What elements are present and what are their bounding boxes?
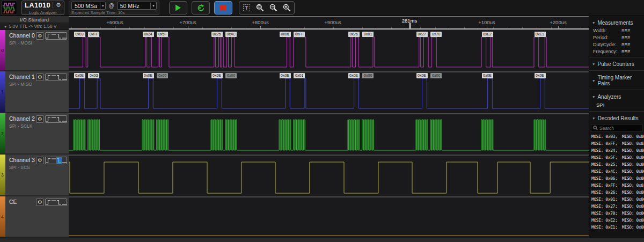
measurement-label: Period: xyxy=(593,35,621,40)
trigger-fall-edge-button[interactable] xyxy=(56,74,62,80)
trigger-high-edge-button[interactable] xyxy=(51,33,56,39)
decoded-result-row[interactable]: MOSI: 0x70; MISO: 0x00 xyxy=(589,210,644,217)
decoded-result-row[interactable]: MOSI: 0x27; MISO: 0x0E xyxy=(589,203,644,210)
trigger-high-edge-button[interactable] xyxy=(51,157,56,164)
byte-value-label: 0x00 xyxy=(225,73,237,78)
byte-value-label: 0x00 xyxy=(362,73,374,78)
stop-button[interactable] xyxy=(214,1,232,14)
trigger-high-edge-button[interactable] xyxy=(51,74,56,80)
zoom-out-button[interactable] xyxy=(267,2,280,13)
channel-color-strip: 0 xyxy=(0,30,5,70)
trigger-low-edge-button[interactable] xyxy=(62,33,67,39)
channel-settings-button[interactable]: ⚙ xyxy=(36,74,44,81)
waveform-ch4-ce[interactable] xyxy=(69,197,589,238)
ruler-minor-tick xyxy=(406,27,406,28)
decoded-result-row[interactable]: MOSI: 0x4C; MISO: 0x00 xyxy=(589,168,644,175)
byte-value-label: 0x70 xyxy=(430,32,442,37)
waveform-ch0-mosi[interactable]: 0x030xFF0x240x5F0x250x4C0x060xFF0x260x01… xyxy=(69,31,589,72)
time-tick-label: +600us xyxy=(106,19,123,25)
bottom-scrollbar[interactable] xyxy=(0,238,644,242)
io-standard-select[interactable]: ▼5.0V TTL -> Vth: 1.58 V xyxy=(0,23,69,30)
waveform-viewport[interactable]: +600us+700us+800us+900us+100us+200us281m… xyxy=(69,16,589,238)
decoded-result-row[interactable]: MOSI: 0xFF; MISO: 0x03 xyxy=(589,140,644,147)
decoded-result-row[interactable]: MOSI: 0xFF; MISO: 0x01 xyxy=(589,182,644,189)
trigger-rise-edge-button[interactable] xyxy=(46,74,51,80)
ruler-minor-tick xyxy=(159,27,159,28)
trigger-rise-edge-button[interactable] xyxy=(46,116,51,122)
decoded-result-row[interactable]: MOSI: 0x26; MISO: 0x0E xyxy=(589,189,644,196)
decoded-search-box xyxy=(591,124,642,132)
decoded-result-row[interactable]: MOSI: 0x03; MISO: 0x0E xyxy=(589,133,644,140)
io-standard-value: 5.0V TTL -> Vth: 1.58 V xyxy=(9,24,56,29)
section-measurements[interactable]: ▼ Measurements xyxy=(589,16,644,27)
section-decoded-results[interactable]: ▼ Decoded Results xyxy=(589,113,644,122)
ruler-minor-tick xyxy=(202,27,203,28)
decoded-result-row[interactable]: MOSI: 0x06; MISO: 0x0E xyxy=(589,175,644,182)
sample-depth-select[interactable]: 500 MSa ▾ xyxy=(71,2,106,10)
decoded-result-row[interactable]: MOSI: 0x25; MISO: 0x0E xyxy=(589,161,644,168)
trigger-buttons xyxy=(45,32,67,40)
trigger-rise-edge-button[interactable] xyxy=(46,157,51,164)
channel-settings-button[interactable]: ⚙ xyxy=(36,115,44,123)
waveform-ch2-sclk[interactable] xyxy=(69,114,589,156)
trigger-rise-edge-button[interactable] xyxy=(46,199,51,206)
waveform-ch3-scs[interactable] xyxy=(69,156,589,197)
measurement-rows: Width:###Period:###DutyCycle:###Frequenc… xyxy=(589,27,644,55)
loop-capture-button[interactable] xyxy=(192,1,210,14)
trigger-high-edge-button[interactable] xyxy=(51,199,56,206)
channel-number: 4 xyxy=(1,214,4,219)
channel-row-3: 3Channel 3SPI - SCS⚙ xyxy=(0,155,69,196)
trigger-fall-edge-button[interactable] xyxy=(56,199,62,206)
section-pulse-counters[interactable]: ▼ Pulse Counters xyxy=(589,59,644,68)
byte-value-label: 0x0E xyxy=(535,73,546,78)
decoded-search-input[interactable] xyxy=(599,126,640,131)
decoded-result-row[interactable]: MOSI: 0x24; MISO: 0x0E xyxy=(589,147,644,154)
channel-number: 3 xyxy=(1,172,4,178)
decoded-result-row[interactable]: MOSI: 0x5F; MISO: 0x00 xyxy=(589,154,644,161)
trigger-fall-edge-button[interactable] xyxy=(56,116,62,122)
decoded-result-row[interactable]: MOSI: 0x01; MISO: 0x00 xyxy=(589,196,644,203)
channel-color-strip: 4 xyxy=(0,196,5,237)
text-tool-button[interactable]: T xyxy=(240,2,253,13)
ruler-minor-tick xyxy=(348,27,348,28)
trigger-low-edge-button[interactable] xyxy=(62,157,67,164)
trigger-low-edge-button[interactable] xyxy=(62,116,67,122)
section-title: Pulse Counters xyxy=(597,61,634,67)
channel-settings-button[interactable]: ⚙ xyxy=(36,199,44,206)
start-button[interactable] xyxy=(169,1,187,14)
sample-rate-select[interactable]: 50 MHz ▾ xyxy=(117,2,157,10)
zoom-selection-button[interactable] xyxy=(253,2,267,13)
divider xyxy=(589,57,644,57)
channel-settings-button[interactable]: ⚙ xyxy=(36,157,44,164)
trigger-fall-edge-button[interactable] xyxy=(56,33,62,39)
chevron-down-icon: ▾ xyxy=(150,3,156,9)
zoom-in-button[interactable] xyxy=(280,2,294,13)
decoded-result-row[interactable]: MOSI: 0xE2; MISO: 0x0E xyxy=(589,217,644,224)
section-analyzers[interactable]: ▼ Analyzers xyxy=(589,92,644,101)
waveform-ch1-miso[interactable]: 0x0E0x030x0E0x000x0E0x000x0E0x010x0E0x00… xyxy=(69,72,589,114)
trigger-low-edge-button[interactable] xyxy=(62,74,67,80)
time-tick-label: +900us xyxy=(324,19,341,25)
byte-value-label: 0x03 xyxy=(74,32,85,37)
channel-settings-button[interactable]: ⚙ xyxy=(36,32,44,40)
ruler-minor-tick xyxy=(479,27,479,28)
ruler-minor-tick xyxy=(537,27,537,28)
channel-number: 0 xyxy=(1,48,4,53)
device-settings-button[interactable]: ⚙ xyxy=(53,2,61,8)
analyzer-spi[interactable]: SPI xyxy=(589,101,644,109)
trigger-fall-edge-button[interactable] xyxy=(56,157,62,164)
decoded-result-row[interactable]: MOSI: 0xE1; MISO: 0x0E xyxy=(589,224,644,231)
ruler-minor-tick xyxy=(420,27,421,28)
ruler-minor-tick xyxy=(377,27,377,28)
channel-info: Channel 2SPI - SCLK⚙ xyxy=(5,113,69,153)
collapse-triangle-icon: ▼ xyxy=(592,79,595,83)
ruler-major-tick xyxy=(260,26,261,28)
section-timing-marker-pairs[interactable]: ▼ Timing Marker Pairs xyxy=(589,72,644,87)
trigger-low-edge-button[interactable] xyxy=(62,199,67,206)
at-separator: @ xyxy=(108,3,114,9)
measurement-value: ### xyxy=(621,42,631,47)
trigger-high-edge-button[interactable] xyxy=(51,116,56,122)
ruler-minor-tick xyxy=(391,27,392,28)
trigger-rise-edge-button[interactable] xyxy=(46,33,51,39)
io-standard-header[interactable]: I/O Standard xyxy=(0,16,69,23)
